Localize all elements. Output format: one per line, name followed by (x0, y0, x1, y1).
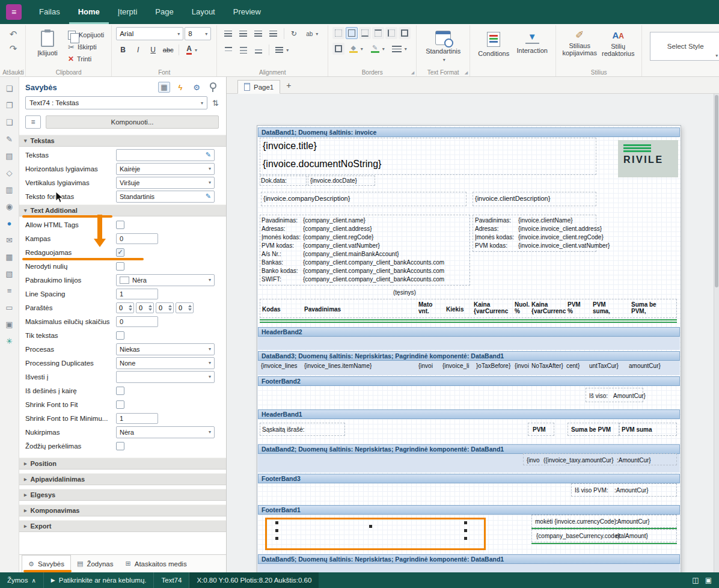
align-left-button[interactable] (221, 27, 235, 40)
report-field[interactable]: {company_client.company_client_bankAccou… (303, 268, 444, 274)
panel-tab-savybės[interactable]: ⚙Savybės (22, 555, 71, 572)
section-header-tekstas[interactable]: ▾Tekstas (19, 135, 226, 147)
underline-button[interactable]: U (146, 43, 160, 57)
italic-button[interactable]: I (131, 43, 145, 57)
menu-tab-page[interactable]: Page (146, 0, 182, 24)
report-field[interactable]: Sąskaitą išrašė: (262, 426, 305, 433)
report-field[interactable]: {invoice.clientName} (518, 217, 573, 224)
input-shrink-font-to-fit-minimu[interactable]: 1 (116, 413, 158, 424)
report-field[interactable]: {invoice.invoice_client.regCode} (518, 234, 604, 240)
report-field[interactable]: Kaina {varCurrenc (531, 301, 566, 314)
conditions-button[interactable]: Conditions (474, 27, 513, 67)
report-field[interactable]: {invoice.invoice_client.address} (518, 225, 602, 232)
checkbox-shrink-font-to-fit[interactable] (116, 400, 124, 409)
report-field[interactable]: Kiekis (446, 306, 464, 313)
tool-clone-icon[interactable]: ❐ (2, 99, 17, 112)
settings-gear-icon[interactable]: ⚙ (191, 82, 203, 93)
band-content[interactable] (258, 564, 680, 572)
input-maksimalus-eilučių-skaičius[interactable]: 0 (116, 316, 158, 327)
report-field[interactable]: {company_client.company_client_bankAccou… (303, 259, 444, 266)
panel-tab-žodynas[interactable]: ▤Žodynas (71, 555, 120, 572)
selection-handle[interactable] (275, 529, 278, 532)
text-lines-icon[interactable]: ≡ (25, 115, 41, 129)
report-field[interactable]: Kodas (262, 306, 281, 313)
border-top-button[interactable] (372, 27, 384, 39)
section-header-export[interactable]: ▸Export (19, 520, 226, 532)
band-header[interactable]: DataBand2; Duomenų šaltinis: Nepriskirta… (258, 444, 680, 454)
tool-table-icon[interactable]: ▧ (2, 267, 17, 280)
selection-handle[interactable] (464, 537, 467, 540)
undo-button[interactable]: ↶ (5, 27, 21, 41)
report-field[interactable]: {company_client.mainBankAccount} (303, 251, 399, 257)
font-size-select[interactable]: 8▾ (185, 27, 211, 40)
tool-panel-icon[interactable]: ▭ (2, 301, 17, 314)
margin-input[interactable]: 0 (136, 302, 154, 313)
select-horizontalus-lygiavimas[interactable]: Kairėje▾ (116, 163, 215, 175)
report-field[interactable]: {invoice.companyDescription} (263, 195, 350, 202)
report-field[interactable]: otalAmount} (616, 533, 648, 539)
report-field[interactable]: {company_client.address} (303, 225, 372, 232)
border-style-button[interactable]: ▾ (389, 42, 409, 55)
tool-image-icon[interactable]: ▣ (2, 317, 17, 331)
font-color-button[interactable]: A▾ (182, 43, 202, 57)
report-field[interactable]: :AmountCur} (614, 487, 649, 494)
band-header[interactable]: FooterBand1 (258, 505, 680, 515)
check-problems-button[interactable]: ▶ Patikrinkite ar nėra keblumų. (44, 572, 155, 588)
zoom-mode-icon[interactable]: ▣ (705, 576, 712, 584)
delete-button[interactable]: ✕Trinti (65, 53, 107, 65)
report-field[interactable]: PVM kodas: (262, 242, 294, 249)
tool-copy-style-icon[interactable]: ❏ (2, 82, 17, 95)
tool-calendar-icon[interactable]: ▦ (2, 250, 17, 263)
select-vertikalus-lygiavimas[interactable]: Viršuje▾ (116, 177, 215, 189)
bold-button[interactable]: B (116, 43, 130, 57)
band-header[interactable]: DataBand1; Duomenų šaltinis: invoice (258, 127, 680, 137)
report-field[interactable]: {invoice.invoice_client.vatNumber} (518, 242, 610, 249)
report-field[interactable]: {company_client.name} (303, 217, 366, 224)
report-field[interactable]: {invoice_lines.itemName} (304, 363, 372, 369)
checkbox-nerodyti-nulių[interactable] (116, 262, 124, 271)
border-outside-button[interactable] (399, 27, 411, 39)
band-header[interactable]: FooterBand2 (258, 376, 680, 386)
report-field[interactable]: {company_baseCurrency.code}: (536, 533, 622, 539)
selection-handle[interactable] (369, 525, 372, 528)
tool-hatch-icon[interactable]: ▤ (2, 149, 17, 162)
report-field[interactable]: AmountCur} (613, 393, 646, 399)
canvas-viewport[interactable]: RIVILE DataBand1; Duomenų šaltinis: invo… (227, 94, 719, 572)
report-field[interactable]: Kaina {varCurrenc (474, 301, 508, 314)
tool-clock-icon[interactable]: ◉ (2, 200, 17, 213)
menu-tab-home[interactable]: Home (69, 0, 109, 24)
select-procesas[interactable]: Niekas▾ (116, 343, 215, 355)
report-page[interactable]: RIVILE DataBand1; Duomenų šaltinis: invo… (257, 126, 681, 572)
compose-button[interactable]: Komponuoti... (46, 115, 219, 129)
border-bottom-button[interactable] (359, 27, 371, 39)
interaction-button[interactable]: ▼ Interaction (513, 27, 551, 67)
report-field[interactable]: }oTaxBefore} (476, 363, 510, 369)
report-field[interactable]: PVM kodas: (475, 242, 507, 249)
band-content[interactable] (258, 337, 680, 350)
report-field[interactable]: Pavadinimas (304, 306, 341, 313)
checkbox-iš-dešinės-į-kairę[interactable] (116, 387, 124, 395)
fit-page-icon[interactable]: ◫ (692, 576, 699, 584)
border-left-button[interactable] (385, 27, 397, 39)
report-field[interactable]: {invoice.title} (263, 140, 317, 152)
border-none-button[interactable] (332, 27, 344, 39)
selection-handle[interactable] (464, 529, 467, 532)
properties-view-icon[interactable]: ▦ (158, 82, 170, 93)
report-field[interactable]: mokėti {invoice.currencyCode}: (535, 518, 618, 525)
tool-envelope-icon[interactable]: ✉ (2, 233, 17, 247)
report-field[interactable]: cent} (566, 363, 580, 369)
canvas-vertical-scrollbar[interactable] (714, 94, 719, 572)
band-header[interactable]: DataBand5; Duomenų šaltinis: Nepriskirta… (258, 554, 680, 564)
tool-list-icon[interactable]: ≡ (2, 284, 17, 297)
valign-bottom-button[interactable] (251, 43, 265, 57)
report-field[interactable]: (tęsinys) (393, 289, 416, 296)
report-field[interactable]: {invoice.documentNoString} (263, 158, 381, 170)
input-kampas[interactable]: 0 (116, 233, 158, 244)
report-field[interactable]: :AmountCur} (616, 518, 650, 525)
fill-color-button[interactable]: ◆▾ (346, 42, 366, 55)
report-field[interactable]: Mato vnt. (418, 301, 432, 314)
report-field[interactable]: PVM (533, 426, 546, 433)
edit-tekstas[interactable]: ✎ (116, 149, 215, 161)
style-copy-button[interactable]: ✐ Stiliaus kopijavimas (560, 27, 599, 67)
report-field[interactable]: PVM % (568, 301, 581, 314)
